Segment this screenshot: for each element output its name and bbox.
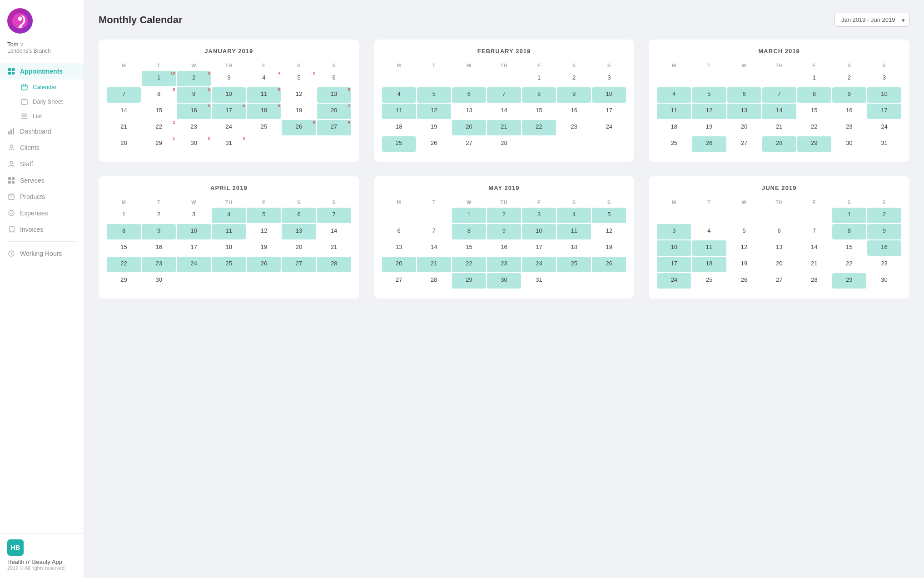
cal-day[interactable]: 21 [317,240,351,256]
cal-day[interactable]: 222 [142,120,176,135]
cal-day[interactable]: 14 [107,104,141,119]
cal-day[interactable]: 513 [317,87,351,103]
cal-day[interactable]: 92 [177,71,211,86]
cal-day[interactable]: 10 [522,224,556,239]
cal-day[interactable]: 2 [487,208,521,223]
cal-day[interactable]: 44 [247,71,281,86]
cal-day[interactable]: 3 [867,71,901,86]
cal-day[interactable]: 13 [727,104,761,119]
cal-day[interactable]: 30 [142,273,176,289]
cal-day[interactable]: 3 [522,208,556,223]
cal-day[interactable]: 15 [452,240,486,256]
cal-day[interactable]: 1 [832,208,866,223]
cal-day[interactable]: 5 [417,87,451,103]
cal-day[interactable]: 26 [592,257,626,272]
cal-day[interactable]: 14 [417,240,451,256]
sidebar-item-services[interactable]: Services [0,172,84,189]
cal-day[interactable]: 25 [657,136,691,152]
cal-day[interactable]: 21 [487,120,521,135]
cal-day[interactable]: 28 [107,136,141,152]
cal-day[interactable]: 19 [727,257,761,272]
cal-day[interactable]: 9 [557,87,591,103]
cal-day[interactable]: 18 [557,240,591,256]
cal-day[interactable]: 6 [727,87,761,103]
cal-day[interactable]: 21 [417,257,451,272]
cal-day[interactable]: 8 [452,224,486,239]
cal-day[interactable]: 24 [592,120,626,135]
cal-day[interactable]: 4 [212,208,246,223]
cal-day[interactable]: 17 [657,257,691,272]
cal-day[interactable]: 816 [177,104,211,119]
cal-day[interactable]: 2 [557,71,591,86]
cal-day[interactable]: 2 [142,208,176,223]
cal-day[interactable]: 25 [282,71,316,86]
cal-day[interactable]: 11 [657,104,691,119]
cal-day[interactable]: 29 [177,87,211,103]
cal-day[interactable]: 14 [797,240,831,256]
cal-day[interactable]: 7 [487,87,521,103]
cal-day[interactable]: 17 [522,240,556,256]
cal-day[interactable]: 28 [317,257,351,272]
cal-day[interactable]: 25 [382,136,416,152]
cal-day[interactable]: 20 [452,120,486,135]
cal-day[interactable]: 11 [557,224,591,239]
cal-day[interactable]: 30 [487,273,521,289]
cal-day[interactable]: 30 [832,136,866,152]
cal-day[interactable]: 18 [212,240,246,256]
cal-day[interactable]: 23 [487,257,521,272]
cal-day[interactable]: 22 [797,120,831,135]
cal-day[interactable]: 927 [317,120,351,135]
cal-day[interactable]: 8 [522,87,556,103]
cal-day[interactable]: 8 [107,224,141,239]
cal-day[interactable]: 1 [107,208,141,223]
cal-day[interactable]: 22 [832,257,866,272]
cal-day[interactable]: 25 [247,120,281,135]
sidebar-item-working-hours[interactable]: Working Hours [0,245,84,262]
cal-day[interactable]: 29 [797,136,831,152]
cal-day[interactable]: 16 [832,104,866,119]
cal-day[interactable]: 21 [797,257,831,272]
cal-day[interactable]: 14 [317,224,351,239]
cal-day[interactable]: 10 [212,87,246,103]
cal-day[interactable]: 9 [867,224,901,239]
sidebar-item-list[interactable]: List [20,109,84,123]
cal-day[interactable]: 16 [487,240,521,256]
cal-day[interactable]: 26 [727,273,761,289]
cal-day[interactable]: 14 [487,104,521,119]
cal-day[interactable]: 101 [142,71,176,86]
cal-day[interactable]: 4 [657,87,691,103]
cal-day[interactable]: 7 [417,224,451,239]
date-range-select[interactable]: Jan 2019 - Jun 2019 Jul 2019 - Dec 2019 [835,13,909,27]
cal-day[interactable]: 26 [417,136,451,152]
cal-day[interactable]: 23 [557,120,591,135]
cal-day[interactable]: 12 [282,87,316,103]
cal-day[interactable]: 1 [452,208,486,223]
cal-day[interactable]: 25 [557,257,591,272]
cal-day[interactable]: 26 [692,136,726,152]
cal-day[interactable]: 21 [762,120,796,135]
cal-day[interactable]: 6 [762,224,796,239]
cal-day[interactable]: 15 [107,240,141,256]
cal-day[interactable]: 23 [867,257,901,272]
cal-day[interactable]: 8 [797,87,831,103]
cal-day[interactable]: 7 [762,87,796,103]
cal-day[interactable]: 19 [592,240,626,256]
cal-day[interactable]: 12 [247,224,281,239]
sidebar-item-calendar[interactable]: Calendar [20,80,84,94]
cal-day[interactable]: 31 [867,136,901,152]
cal-day[interactable]: 28 [797,273,831,289]
cal-day[interactable]: 16 [557,104,591,119]
cal-day[interactable]: 3 [657,224,691,239]
cal-day[interactable]: 20 [727,120,761,135]
cal-day[interactable]: 4 [557,208,591,223]
cal-day[interactable]: 5 [692,87,726,103]
cal-day[interactable]: 5 [592,208,626,223]
cal-day[interactable]: 220 [317,104,351,119]
sidebar-item-dashboard[interactable]: Dashboard [0,123,84,140]
cal-day[interactable]: 9 [487,224,521,239]
cal-day[interactable]: 331 [212,136,246,152]
cal-day[interactable]: 4 [692,224,726,239]
cal-day[interactable]: 27 [452,136,486,152]
cal-day[interactable]: 13 [382,240,416,256]
cal-day[interactable]: 17 [177,240,211,256]
